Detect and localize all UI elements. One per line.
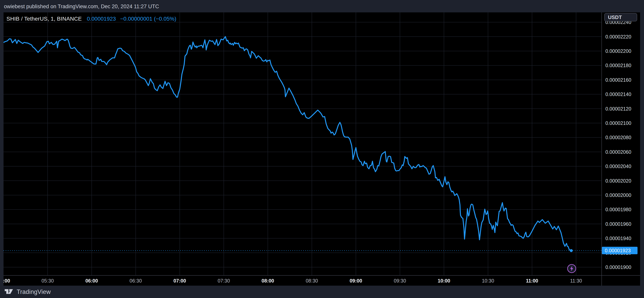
price-axis-label: 0.00002140 (606, 91, 631, 97)
price-axis-label: 0.00002220 (606, 34, 631, 40)
lightning-icon[interactable] (566, 263, 577, 274)
price-axis-label: 0.00002040 (606, 164, 631, 169)
price-axis-label: 0.00002060 (606, 149, 631, 155)
last-price-badge-value: 0.00001923 (605, 248, 631, 253)
price-axis-label: 0.00002180 (606, 63, 631, 68)
time-axis-label: 10:00 (438, 278, 450, 283)
price-line-series (4, 37, 571, 251)
symbol-title: SHIB / TetherUS, 1, BINANCE (6, 16, 82, 22)
price-axis-label: 0.00002000 (606, 192, 631, 198)
time-axis[interactable]: :0005:3006:0006:3007:0007:3008:0008:3009… (4, 276, 640, 286)
time-axis-label: 06:30 (130, 278, 142, 283)
price-axis-label: 0.00002080 (606, 135, 631, 140)
price-axis-label: 0.00002120 (606, 106, 631, 111)
price-axis-label: 0.00001960 (606, 221, 631, 227)
price-axis-label: 0.00002200 (606, 48, 631, 54)
legend-last-price: 0.00001923 (87, 16, 116, 22)
price-axis-label: 0.00001980 (606, 207, 631, 212)
price-axis-label: 0.00002100 (606, 120, 631, 126)
price-axis-label: 0.00002020 (606, 178, 631, 184)
last-price-badge: 0.00001923 (602, 247, 638, 254)
currency-toggle-button[interactable]: USDT (604, 13, 637, 21)
price-axis-label: 0.00001900 (606, 264, 631, 270)
legend-change: −0.00000001 (−0.05%) (120, 16, 176, 22)
legend-values: 0.00001923 −0.00000001 (−0.05%) (87, 16, 176, 22)
time-axis-label: 11:30 (570, 278, 582, 283)
time-axis-label: 11:00 (526, 278, 538, 283)
time-axis-label: 08:00 (262, 278, 274, 283)
time-axis-label: 06:00 (86, 278, 98, 283)
time-axis-label: 10:30 (482, 278, 494, 283)
price-axis-label: 0.00001940 (606, 236, 631, 241)
time-axis-label: 09:30 (394, 278, 406, 283)
chart-legend: SHIB / TetherUS, 1, BINANCE 0.00001923 −… (6, 15, 176, 23)
last-point-dot (570, 249, 573, 252)
currency-toggle-label: USDT (608, 14, 622, 21)
time-axis-label: 07:30 (218, 278, 230, 283)
time-axis-label: :00 (4, 278, 10, 283)
price-line-chart[interactable] (0, 0, 644, 298)
time-axis-label: 09:00 (350, 278, 362, 283)
price-axis-label: 0.00002160 (606, 77, 631, 83)
price-axis[interactable]: 0.000022400.000022200.000022000.00002180… (602, 12, 640, 275)
time-axis-label: 05:30 (42, 278, 54, 283)
page: { "attribution": { "text": "owiebest pub… (0, 0, 644, 298)
time-axis-label: 07:00 (174, 278, 186, 283)
time-axis-label: 08:30 (306, 278, 318, 283)
